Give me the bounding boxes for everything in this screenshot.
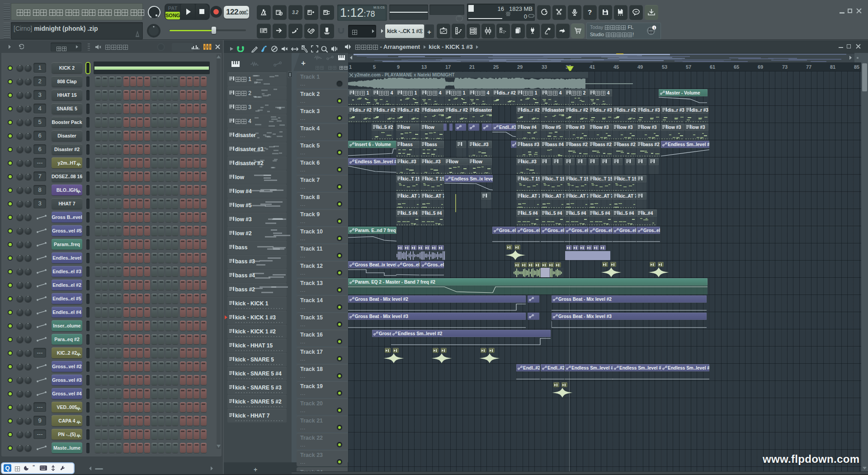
svg-text:?: ?	[588, 9, 592, 16]
svg-text:3.2: 3.2	[292, 10, 298, 15]
svg-text:1: 1	[653, 26, 656, 30]
